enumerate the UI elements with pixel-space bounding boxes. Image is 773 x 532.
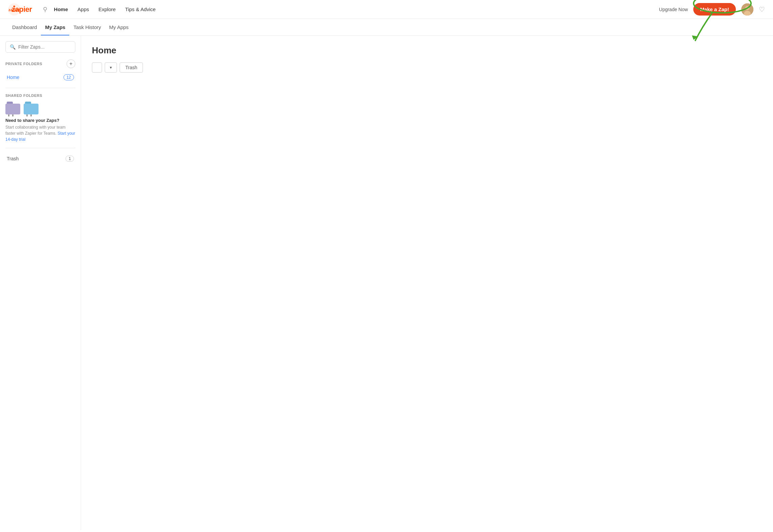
subnav-my-zaps[interactable]: My Zaps bbox=[41, 19, 69, 35]
search-icon[interactable]: ⚲ bbox=[43, 6, 47, 13]
shared-promo-text: Need to share your Zaps? Start collabora… bbox=[5, 118, 75, 142]
svg-point-7 bbox=[745, 6, 749, 10]
toolbar: ▾ Trash bbox=[92, 62, 762, 73]
shared-promo-description: Start collaborating with your team faste… bbox=[5, 124, 75, 142]
bell-icon[interactable]: ♡ bbox=[759, 5, 765, 14]
nav-apps[interactable]: Apps bbox=[77, 6, 89, 12]
folder-icon-purple bbox=[5, 102, 20, 114]
zapier-logo[interactable]: zapier zapier bbox=[8, 3, 32, 16]
folder-icon-blue bbox=[24, 102, 39, 114]
make-zap-button[interactable]: Make a Zap! bbox=[693, 3, 736, 16]
chevron-down-icon: ▾ bbox=[110, 65, 112, 70]
private-folders-header: PRIVATE FOLDERS + bbox=[5, 59, 75, 68]
trash-button[interactable]: Trash bbox=[120, 62, 143, 73]
subnav-task-history[interactable]: Task History bbox=[69, 19, 105, 35]
main-layout: 🔍 PRIVATE FOLDERS + Home 12 SHARED FOLDE… bbox=[0, 36, 773, 530]
private-folders-title: PRIVATE FOLDERS bbox=[5, 62, 42, 66]
nav-explore[interactable]: Explore bbox=[98, 6, 116, 12]
trash-count: 1 bbox=[66, 156, 74, 162]
filter-input-wrap[interactable]: 🔍 bbox=[5, 41, 75, 53]
shared-promo-title: Need to share your Zaps? bbox=[5, 118, 75, 123]
logo-text: zapier bbox=[11, 5, 32, 14]
home-folder-item[interactable]: Home 12 bbox=[5, 72, 75, 82]
upgrade-now[interactable]: Upgrade Now bbox=[659, 7, 688, 12]
shared-folders-title: SHARED FOLDERS bbox=[5, 94, 42, 98]
select-all-checkbox[interactable] bbox=[92, 62, 102, 73]
shared-folders-section: SHARED FOLDERS Need to share your Zaps? bbox=[5, 94, 75, 142]
subnav-dashboard[interactable]: Dashboard bbox=[8, 19, 41, 35]
filter-zaps-input[interactable] bbox=[18, 44, 71, 50]
trash-label: Trash bbox=[7, 156, 19, 161]
sidebar-divider-2 bbox=[5, 148, 75, 148]
dropdown-button[interactable]: ▾ bbox=[105, 62, 117, 73]
add-folder-button[interactable]: + bbox=[67, 59, 75, 68]
sidebar: 🔍 PRIVATE FOLDERS + Home 12 SHARED FOLDE… bbox=[0, 36, 81, 530]
avatar[interactable] bbox=[741, 3, 753, 16]
nav-links: Home Apps Explore Tips & Advice bbox=[54, 6, 659, 12]
nav-tips-advice[interactable]: Tips & Advice bbox=[125, 6, 155, 12]
home-folder-name: Home bbox=[7, 75, 19, 80]
filter-search-icon: 🔍 bbox=[10, 44, 16, 50]
page-title: Home bbox=[92, 45, 762, 56]
nav-home[interactable]: Home bbox=[54, 6, 68, 12]
sub-nav: Dashboard My Zaps Task History My Apps bbox=[0, 19, 773, 36]
home-folder-count: 12 bbox=[64, 74, 74, 80]
nav-right: Upgrade Now Make a Zap! ♡ bbox=[659, 3, 765, 16]
shared-folders-header: SHARED FOLDERS bbox=[5, 94, 75, 98]
trash-item[interactable]: Trash 1 bbox=[5, 154, 75, 164]
top-nav: zapier zapier ⚲ Home Apps Explore Tips &… bbox=[0, 0, 773, 19]
sidebar-divider-1 bbox=[5, 88, 75, 88]
subnav-my-apps[interactable]: My Apps bbox=[105, 19, 133, 35]
main-content: Home ▾ Trash bbox=[81, 36, 773, 530]
shared-folders-illustration bbox=[5, 102, 75, 114]
